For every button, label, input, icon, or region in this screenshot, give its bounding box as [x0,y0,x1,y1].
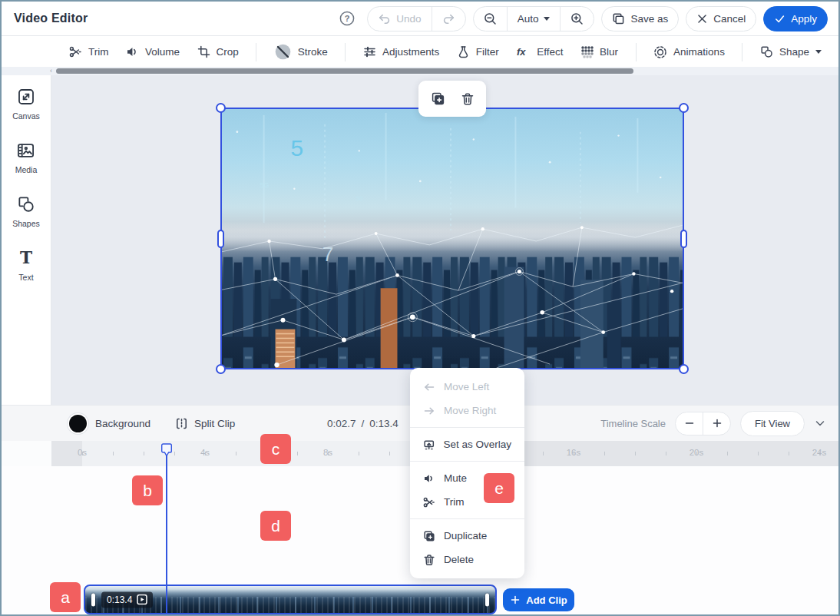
background-color-swatch [69,415,87,432]
split-clip-button[interactable]: Split Clip [175,406,235,441]
add-clip-button[interactable]: Add Clip [503,588,574,611]
resize-handle-left[interactable] [217,230,224,248]
menu-item-label: Set as Overlay [443,439,511,450]
resize-handle-top-left[interactable] [216,103,226,113]
total-time: 0:13.4 [369,418,399,429]
menu-item-label: Duplicate [444,530,487,541]
svg-text:T: T [20,249,32,267]
chevron-down-icon [544,17,550,21]
zoom-out-icon [484,12,497,25]
sidebar-label: Text [18,273,33,282]
dot-grid-icon [580,45,594,58]
scroll-left-arrow-icon[interactable]: ‹ [50,67,52,75]
shapes-icon [760,45,773,58]
redo-icon [442,12,455,25]
tool-crop[interactable]: Crop [197,45,239,58]
sidebar-item-media[interactable]: Media [15,141,38,174]
toolbar-divider [742,43,742,61]
collapse-timeline-button[interactable] [814,417,826,429]
resize-handle-top-right[interactable] [679,103,689,113]
redo-button[interactable] [432,7,465,31]
save-as-button[interactable]: Save as [601,6,679,31]
apply-button[interactable]: Apply [763,6,828,31]
help-icon: ? [339,10,356,27]
tool-adjustments[interactable]: Adjustments [363,45,439,58]
sidebar-item-text[interactable]: T Text [17,249,35,282]
sidebar-item-shapes[interactable]: Shapes [12,195,40,228]
flask-icon [457,45,470,58]
play-icon [137,594,147,605]
scrollbar-thumb[interactable] [56,68,633,74]
background-label: Background [95,418,150,429]
clip-trim-handle-left[interactable] [91,593,95,606]
fx-icon: fx [516,45,531,58]
playhead-line[interactable] [166,445,167,616]
plus-icon [510,594,521,605]
scale-decrease-button[interactable] [676,412,703,435]
tool-volume[interactable]: Volume [126,45,180,58]
selection-mini-toolbar [418,81,486,117]
canvas-video-frame[interactable]: 5 5G 50 7 [220,108,684,369]
cancel-button[interactable]: Cancel [686,6,756,31]
menu-item-set-as-overlay[interactable]: Set as Overlay [410,432,524,456]
time-display: 0:02.7 / 0:13.4 [327,406,399,441]
help-button[interactable]: ? [339,10,356,27]
playhead-handle[interactable] [161,443,172,461]
check-icon [774,13,785,25]
duplicate-icon [431,91,445,106]
menu-item-delete[interactable]: Delete [410,548,524,571]
resize-handle-bottom-right[interactable] [679,364,689,374]
left-sidebar: Canvas Media Shapes T Text [2,75,51,405]
add-clip-label: Add Clip [526,594,567,606]
tool-label: Effect [537,46,563,58]
video-clip[interactable]: 0:13.4 [84,585,497,614]
current-time: 0:02.7 [327,418,356,429]
background-button[interactable]: Background [69,406,150,441]
apply-label: Apply [791,13,817,25]
zoom-preset-dropdown[interactable]: Auto [508,7,561,31]
scissors-icon [69,45,82,58]
playhead-pin-icon [161,443,172,458]
svg-text:5: 5 [290,135,303,161]
resize-handle-right[interactable] [680,230,687,248]
chevron-down-icon [815,50,822,54]
fit-view-label: Fit View [755,418,790,429]
video-editor-window: Video Editor ? Undo [0,0,840,616]
tool-stroke[interactable]: Stroke [274,43,328,61]
zoom-in-icon [570,12,584,25]
clip-track: 0:13.4 Add Clip [2,583,838,616]
svg-text:?: ? [345,14,350,23]
tool-blur[interactable]: Blur [580,45,618,58]
tool-shape[interactable]: Shape [760,45,822,58]
trash-icon [423,554,435,566]
menu-item-move-left[interactable]: Move Left [410,375,524,399]
delete-button[interactable] [461,92,475,106]
menu-item-label: Move Left [444,381,489,392]
annotation-b: b [132,475,163,505]
duplicate-icon [423,530,435,542]
zoom-in-button[interactable] [561,7,594,31]
tool-animations[interactable]: Animations [653,45,725,59]
tool-effect[interactable]: fx Effect [516,45,563,58]
tool-label: Filter [476,46,499,58]
menu-item-move-right[interactable]: Move Right [410,399,524,422]
zoom-out-button[interactable] [474,7,507,31]
fit-view-button[interactable]: Fit View [740,411,805,436]
undo-icon [378,12,391,25]
trash-icon [461,92,475,106]
speaker-icon [126,45,139,58]
resize-handle-bottom-left[interactable] [216,364,226,374]
menu-divider [410,461,524,462]
undo-label: Undo [396,13,421,25]
undo-button[interactable]: Undo [368,7,431,31]
ruler-label: 4s [200,448,210,457]
expand-icon [17,88,35,106]
tool-filter[interactable]: Filter [457,45,499,58]
sidebar-item-canvas[interactable]: Canvas [12,88,40,121]
menu-item-duplicate[interactable]: Duplicate [410,524,524,548]
scale-increase-button[interactable] [703,412,730,435]
overlay-icon [423,439,435,451]
tool-trim[interactable]: Trim [69,45,109,58]
duplicate-button[interactable] [431,91,445,106]
clip-trim-handle-right[interactable] [485,593,489,606]
